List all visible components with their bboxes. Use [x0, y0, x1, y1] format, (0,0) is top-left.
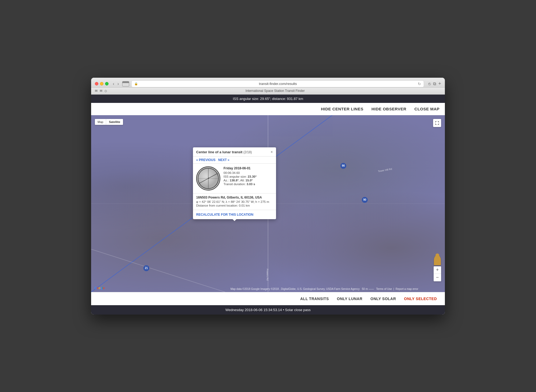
new-tab-button[interactable]: +: [438, 81, 441, 87]
map-type-map-button[interactable]: Map: [95, 119, 106, 125]
info-popup-body: Friday 2018-06-01 00:06:34.60 ISS angula…: [193, 164, 276, 193]
minimize-window-button[interactable]: [100, 82, 103, 85]
browser-titlebar: ‹ › 🔒 transit-finder.com/results ↻ ⎋ ⧉ +: [91, 78, 445, 88]
hide-observer-button[interactable]: HIDE OBSERVER: [371, 107, 406, 111]
info-angular-size: ISS angular size: 23.30°: [224, 175, 273, 178]
terms-of-use[interactable]: Terms of Use: [376, 288, 392, 290]
only-lunar-button[interactable]: ONLY LUNAR: [337, 297, 362, 301]
map-type-control: Map Satellite: [95, 119, 123, 125]
google-logo: Google: [94, 286, 105, 290]
url-bar[interactable]: 🔒 transit-finder.com/results ↻: [131, 80, 424, 87]
back-button[interactable]: ‹: [112, 81, 115, 87]
only-selected-button[interactable]: ONLY SELECTED: [404, 297, 437, 301]
info-date: Friday 2018-06-01: [224, 166, 273, 170]
info-popup-close-button[interactable]: ×: [271, 150, 273, 154]
map-type-satellite-button[interactable]: Satellite: [106, 119, 123, 125]
highway-21-marker: 21: [143, 265, 149, 271]
info-popup-header: Center line of a lunar transit (2/18) ×: [193, 147, 276, 156]
highway-90-marker-1: 90: [340, 163, 346, 169]
previous-button[interactable]: « PREVIOUS: [196, 158, 215, 162]
iss-preview: [196, 166, 220, 191]
info-address: 16N503 Powers Rd, Gilberts, IL 60136, US…: [196, 196, 273, 199]
info-az-alt: Az.: 138.8°; Alt: 15.0°: [224, 179, 273, 182]
url-text: transit-finder.com/results: [140, 82, 416, 86]
bookmark-mail1[interactable]: ✉: [95, 89, 98, 93]
bookmark-star[interactable]: ◇: [105, 89, 107, 93]
bookmark-mail2[interactable]: ✉: [100, 89, 102, 93]
report-map-error[interactable]: Report a map error: [396, 288, 418, 290]
powers-rd-label-bottom: Powers Rd: [266, 268, 269, 280]
bottom-banner-text: Wednesday 2018-06-06 15:34:53.14 • Solar…: [225, 308, 311, 312]
zoom-controls: + −: [434, 266, 441, 281]
zoom-out-button[interactable]: −: [434, 274, 441, 281]
share-button[interactable]: ⎋: [428, 81, 431, 86]
bottom-banner: Wednesday 2018-06-06 15:34:53.14 • Solar…: [91, 305, 445, 315]
iss-transit-image: [196, 166, 220, 191]
info-coords: φ = 42° 06' 22.61" N; λ = 88° 24' 30.75"…: [196, 200, 273, 203]
traffic-lights: [95, 82, 109, 85]
hide-center-lines-button[interactable]: HIDE CENTER LINES: [321, 107, 363, 111]
all-transits-button[interactable]: ALL TRANSITS: [300, 297, 329, 301]
info-popup: Center line of a lunar transit (2/18) × …: [193, 147, 276, 219]
map-controls-right: + −: [434, 255, 441, 281]
bookmarks-bar: ✉ ✉ ◇ International Space Station Transi…: [91, 88, 445, 95]
forward-button[interactable]: ›: [116, 81, 120, 87]
top-banner-text: ISS angular size: 29.65"; distance: 931.…: [233, 97, 303, 101]
info-duration: Transit duration: 3.03 s: [224, 182, 273, 186]
main-content: HIDE CENTER LINES HIDE OBSERVER CLOSE MA…: [91, 103, 445, 305]
zoom-in-button[interactable]: +: [434, 266, 441, 274]
page-title-bar-text: International Space Station Transit Find…: [109, 89, 441, 93]
maximize-window-button[interactable]: [105, 82, 109, 85]
bottom-toolbar: ALL TRANSITS ONLY LUNAR ONLY SOLAR ONLY …: [91, 292, 445, 305]
svg-point-9: [208, 178, 209, 179]
next-button[interactable]: NEXT »: [218, 158, 229, 162]
recalculate-button[interactable]: RECALCULATE FOR THIS LOCATION: [196, 213, 254, 216]
map-attribution: Map data ©2018 Google Imagery ©2018 , Di…: [230, 288, 418, 290]
close-map-button[interactable]: CLOSE MAP: [414, 107, 440, 111]
info-distance: Distance from current location: 0.01 km: [196, 204, 273, 207]
reload-button[interactable]: ↻: [418, 82, 421, 86]
tab-overview-button[interactable]: [122, 81, 129, 87]
info-details: Friday 2018-06-01 00:06:34.60 ISS angula…: [224, 166, 273, 191]
browser-window: ‹ › 🔒 transit-finder.com/results ↻ ⎋ ⧉ +…: [91, 78, 445, 315]
info-popup-location: 16N503 Powers Rd, Gilberts, IL 60136, US…: [193, 193, 276, 210]
info-time: 00:06:34.60: [224, 171, 273, 174]
pegman[interactable]: [434, 255, 441, 265]
highway-90-marker-2: 90: [362, 197, 368, 203]
new-window-button[interactable]: ⧉: [433, 81, 436, 86]
top-banner: ISS angular size: 29.65"; distance: 931.…: [91, 95, 445, 103]
info-recalc: RECALCULATE FOR THIS LOCATION: [193, 210, 276, 219]
only-solar-button[interactable]: ONLY SOLAR: [370, 297, 396, 301]
lock-icon: 🔒: [134, 82, 138, 85]
map-container[interactable]: Powers Rd Powers Rd Big Timber Rd Tower …: [91, 115, 445, 292]
map-toolbar: HIDE CENTER LINES HIDE OBSERVER CLOSE MA…: [91, 103, 445, 115]
close-window-button[interactable]: [95, 82, 98, 85]
info-popup-nav: « PREVIOUS NEXT »: [193, 156, 276, 164]
fullscreen-button[interactable]: [433, 119, 441, 127]
info-popup-title: Center line of a lunar transit (2/18): [196, 150, 252, 154]
